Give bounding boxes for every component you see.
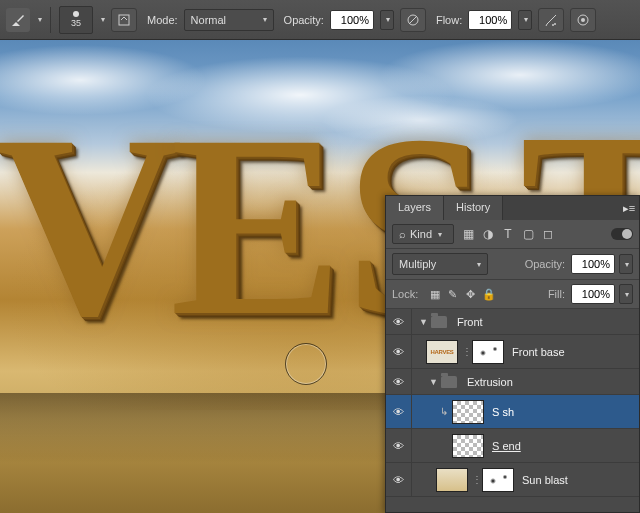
group-front[interactable]: 👁 ▼ Front	[386, 309, 639, 335]
brush-dot-icon	[73, 11, 79, 17]
layer-s-sh[interactable]: 👁 ↳ S sh	[386, 395, 639, 429]
opacity-label: Opacity:	[284, 14, 324, 26]
filter-type-icons: ▦ ◑ T ▢ ◻	[461, 227, 555, 241]
fill-value: 100%	[582, 288, 610, 300]
layers-list: 👁 ▼ Front 👁 ⋮ Front base 👁 ▼ Extrusion	[386, 309, 639, 512]
lock-label: Lock:	[392, 288, 418, 300]
brush-picker-arrow[interactable]: ▾	[101, 15, 105, 24]
flow-slider-toggle[interactable]: ▾	[518, 10, 532, 30]
group-extrusion[interactable]: 👁 ▼ Extrusion	[386, 369, 639, 395]
layer-sun-blast[interactable]: 👁 ⋮ Sun blast	[386, 463, 639, 497]
brush-tool-icon[interactable]	[6, 8, 30, 32]
chevron-down-icon: ▾	[263, 15, 267, 24]
layers-panel: Layers History ▸≡ ⌕ Kind ▾ ▦ ◑ T ▢ ◻ Mul…	[385, 195, 640, 513]
disclosure-triangle-icon[interactable]: ▼	[419, 317, 428, 327]
hay-letter-e: E	[170, 95, 343, 355]
layer-opacity-input[interactable]: 100%	[571, 254, 615, 274]
brush-cursor-icon	[285, 343, 327, 385]
flow-value: 100%	[479, 14, 507, 26]
layer-mask-thumbnail[interactable]	[482, 468, 514, 492]
lock-transparent-icon[interactable]: ▦	[428, 288, 441, 301]
flow-label: Flow:	[436, 14, 462, 26]
layer-thumbnail	[452, 400, 484, 424]
layer-name: Sun blast	[522, 474, 568, 486]
tab-history[interactable]: History	[444, 196, 503, 220]
layer-opacity-value: 100%	[582, 258, 610, 270]
panel-menu-icon[interactable]: ▸≡	[619, 196, 639, 220]
visibility-toggle[interactable]: 👁	[386, 429, 412, 462]
layer-mask-thumbnail[interactable]	[472, 340, 504, 364]
layer-thumbnail	[436, 468, 468, 492]
lock-all-icon[interactable]: 🔒	[482, 288, 495, 301]
pressure-opacity-toggle[interactable]	[400, 8, 426, 32]
brush-options-bar: ▾ 35 ▾ Mode: Normal ▾ Opacity: 100% ▾ Fl…	[0, 0, 640, 40]
visibility-toggle[interactable]: 👁	[386, 369, 412, 394]
filter-smart-icon[interactable]: ◻	[541, 227, 555, 241]
chevron-down-icon: ▾	[477, 260, 481, 269]
blend-mode-dropdown[interactable]: Normal ▾	[184, 9, 274, 31]
tool-preset-arrow[interactable]: ▾	[38, 15, 42, 24]
filter-kind-label: Kind	[410, 228, 432, 240]
layer-front-base[interactable]: 👁 ⋮ Front base	[386, 335, 639, 369]
layer-blend-dropdown[interactable]: Multiply ▾	[392, 253, 488, 275]
filter-shape-icon[interactable]: ▢	[521, 227, 535, 241]
layer-filter-row: ⌕ Kind ▾ ▦ ◑ T ▢ ◻	[386, 220, 639, 249]
brush-size-value: 35	[71, 18, 81, 28]
brush-panel-toggle[interactable]	[111, 8, 137, 32]
visibility-toggle[interactable]: 👁	[386, 309, 412, 334]
hay-letter-v: V	[0, 95, 183, 355]
filter-type-icon[interactable]: T	[501, 227, 515, 241]
layer-thumbnail	[452, 434, 484, 458]
visibility-toggle[interactable]: 👁	[386, 395, 412, 428]
fill-arrow[interactable]: ▾	[619, 284, 633, 304]
blend-opacity-row: Multiply ▾ Opacity: 100% ▾	[386, 249, 639, 280]
svg-point-2	[554, 23, 556, 25]
clip-icon: ↳	[440, 406, 448, 417]
divider	[50, 7, 51, 33]
pressure-size-toggle[interactable]	[570, 8, 596, 32]
mask-link-icon[interactable]: ⋮	[462, 346, 472, 357]
airbrush-toggle[interactable]	[538, 8, 564, 32]
filter-pixel-icon[interactable]: ▦	[461, 227, 475, 241]
layer-name: S end	[492, 440, 521, 452]
visibility-toggle[interactable]: 👁	[386, 335, 412, 368]
layer-opacity-arrow[interactable]: ▾	[619, 254, 633, 274]
lock-fill-row: Lock: ▦ ✎ ✥ 🔒 Fill: 100% ▾	[386, 280, 639, 309]
opacity-input[interactable]: 100%	[330, 10, 374, 30]
layer-thumbnail	[426, 340, 458, 364]
flow-input[interactable]: 100%	[468, 10, 512, 30]
lock-image-icon[interactable]: ✎	[446, 288, 459, 301]
layer-blend-value: Multiply	[399, 258, 436, 270]
chevron-down-icon: ▾	[438, 230, 442, 239]
layer-name: Front	[457, 316, 483, 328]
layer-name: Front base	[512, 346, 565, 358]
tab-layers[interactable]: Layers	[386, 196, 444, 220]
filter-type-dropdown[interactable]: ⌕ Kind ▾	[392, 224, 454, 244]
svg-point-5	[581, 18, 585, 22]
disclosure-triangle-icon[interactable]: ▼	[429, 377, 438, 387]
filter-adjust-icon[interactable]: ◑	[481, 227, 495, 241]
filter-switch[interactable]	[611, 228, 633, 240]
layer-name: Extrusion	[467, 376, 513, 388]
layer-name: S sh	[492, 406, 514, 418]
folder-icon	[431, 316, 447, 328]
brush-preset-picker[interactable]: 35	[59, 6, 93, 34]
visibility-toggle[interactable]: 👁	[386, 463, 412, 496]
search-icon: ⌕	[399, 228, 406, 240]
fill-input[interactable]: 100%	[571, 284, 615, 304]
fill-label: Fill:	[548, 288, 565, 300]
mode-label: Mode:	[147, 14, 178, 26]
layer-s-end[interactable]: 👁 S end	[386, 429, 639, 463]
svg-point-3	[552, 24, 554, 26]
lock-position-icon[interactable]: ✥	[464, 288, 477, 301]
panel-tabs: Layers History ▸≡	[386, 196, 639, 220]
folder-icon	[441, 376, 457, 388]
blend-mode-value: Normal	[191, 14, 226, 26]
layer-opacity-label: Opacity:	[525, 258, 565, 270]
opacity-slider-toggle[interactable]: ▾	[380, 10, 394, 30]
opacity-value: 100%	[341, 14, 369, 26]
mask-link-icon[interactable]: ⋮	[472, 474, 482, 485]
